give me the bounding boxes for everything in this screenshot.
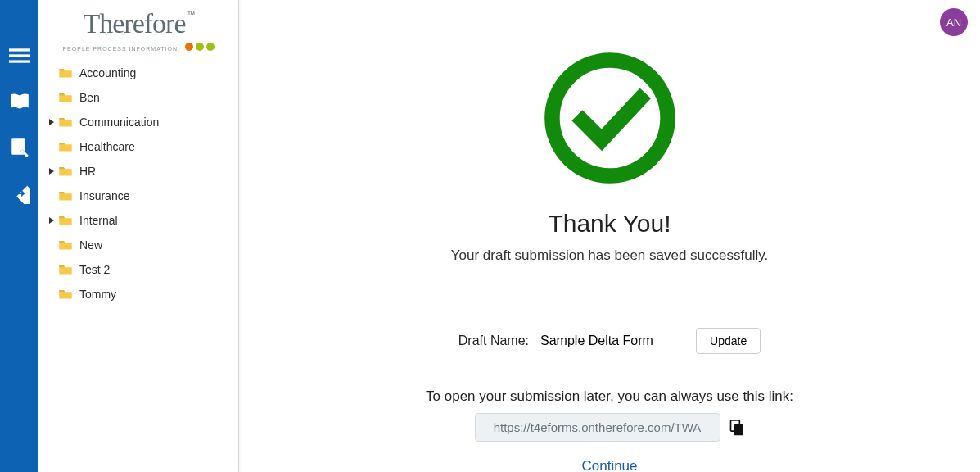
avatar[interactable]: AN: [940, 8, 968, 36]
sidebar-item-label: Ben: [79, 91, 100, 104]
sidebar-item-label: Communication: [79, 116, 159, 129]
sidebar-item-healthcare[interactable]: Healthcare: [38, 134, 238, 159]
page-subtitle: Your draft submission has been saved suc…: [239, 247, 980, 264]
draft-name-row: Draft Name: Update: [239, 328, 980, 354]
link-row: [239, 413, 980, 442]
folder-tree: AccountingBenCommunicationHealthcareHRIn…: [38, 57, 238, 310]
svg-rect-2: [9, 60, 30, 62]
sidebar-item-tommy[interactable]: Tommy: [38, 282, 238, 306]
directions-icon[interactable]: [9, 183, 30, 204]
nav-rail: [0, 0, 38, 472]
sidebar-item-ben[interactable]: Ben: [38, 85, 238, 110]
draft-name-label: Draft Name:: [458, 334, 529, 348]
sidebar-item-label: HR: [79, 165, 96, 178]
main-content: AN Thank You! Your draft submission has …: [239, 0, 980, 472]
share-link-input[interactable]: [475, 413, 720, 442]
draft-name-input[interactable]: [539, 330, 686, 352]
sidebar-item-new[interactable]: New: [38, 233, 238, 257]
sidebar-item-label: Test 2: [79, 263, 110, 276]
continue-link[interactable]: Continue: [581, 458, 637, 472]
sidebar-item-communication[interactable]: Communication: [38, 110, 238, 134]
sidebar-item-label: Internal: [79, 214, 118, 227]
page-title: Thank You!: [239, 210, 980, 238]
svg-rect-7: [734, 424, 743, 434]
menu-icon[interactable]: [9, 45, 30, 66]
book-icon[interactable]: [9, 91, 30, 112]
logo-dots: [185, 43, 215, 51]
success-check-icon: [541, 49, 679, 187]
logo-tagline: PEOPLE PROCESS INFORMATION: [62, 46, 178, 52]
sidebar-item-label: Healthcare: [79, 140, 135, 153]
svg-rect-0: [9, 48, 30, 51]
sidebar-item-label: Tommy: [79, 288, 116, 301]
expand-caret-icon[interactable]: [47, 119, 56, 125]
logo-text: Therefore: [83, 8, 185, 39]
svg-point-5: [552, 60, 667, 175]
expand-caret-icon[interactable]: [47, 217, 56, 224]
sidebar-item-label: Insurance: [79, 189, 129, 202]
copy-icon[interactable]: [729, 419, 745, 437]
sidebar: Therefore™ PEOPLE PROCESS INFORMATION Ac…: [38, 0, 239, 472]
update-button[interactable]: Update: [696, 328, 761, 354]
logo: Therefore™ PEOPLE PROCESS INFORMATION: [38, 0, 238, 57]
sidebar-item-label: Accounting: [79, 66, 136, 79]
expand-caret-icon[interactable]: [47, 168, 56, 175]
sidebar-item-test-2[interactable]: Test 2: [38, 257, 238, 282]
svg-rect-1: [9, 54, 30, 57]
sidebar-item-insurance[interactable]: Insurance: [38, 184, 238, 208]
sidebar-item-label: New: [79, 238, 102, 252]
document-edit-icon[interactable]: [9, 137, 30, 158]
sidebar-item-accounting[interactable]: Accounting: [38, 61, 238, 85]
sidebar-item-internal[interactable]: Internal: [38, 208, 238, 233]
sidebar-item-hr[interactable]: HR: [38, 159, 238, 184]
link-hint-text: To open your submission later, you can a…: [239, 388, 980, 405]
